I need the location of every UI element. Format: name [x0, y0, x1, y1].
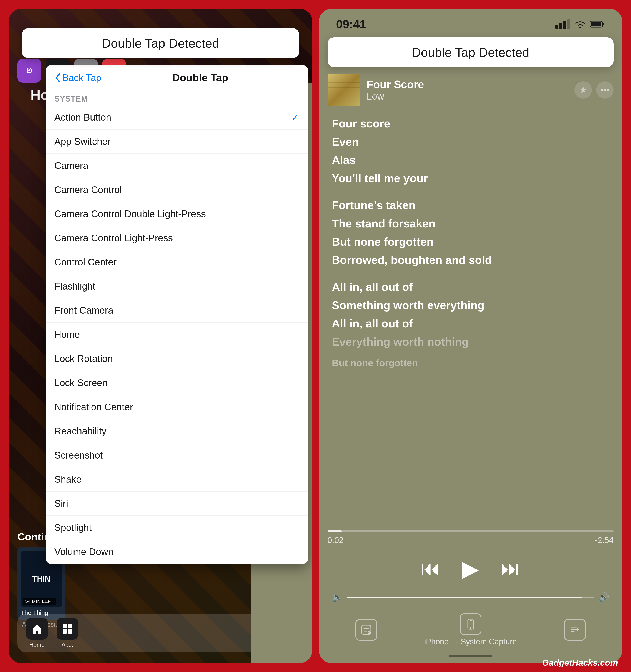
song-actions: ••• [575, 81, 614, 99]
podcasts-icon[interactable] [17, 59, 41, 82]
watermark: GadgetHacks.com [542, 658, 618, 668]
menu-item-control-center[interactable]: Control Center [46, 250, 308, 274]
svg-rect-21 [603, 23, 605, 25]
star-button[interactable] [575, 81, 592, 99]
svg-point-26 [470, 627, 471, 629]
song-info: Four Score Low [367, 78, 568, 102]
lyric-line-2: Even [332, 133, 609, 150]
svg-point-18 [579, 26, 581, 28]
menu-item-siri[interactable]: Siri [46, 491, 308, 516]
double-tap-banner-right: Double Tap Detected [327, 38, 614, 67]
dock-home[interactable]: Home [26, 618, 48, 648]
lyric-line-7: But none forgotten [332, 233, 609, 250]
back-tap-back-button[interactable]: Back Tap [54, 72, 101, 83]
status-time: 09:41 [336, 17, 366, 31]
menu-item-spotlight[interactable]: Spotlight [46, 516, 308, 540]
current-time: 0:02 [327, 536, 344, 545]
album-art-main [327, 74, 360, 106]
right-panel: 09:41 [319, 9, 623, 663]
lyric-line-3: Alas [332, 151, 609, 168]
lyric-line-11: All in, all out of [332, 315, 609, 332]
menu-item-camera[interactable]: Camera [46, 154, 308, 178]
player-controls: ⏮ ▶ ⏭ [319, 549, 623, 590]
volume-max-icon: 🔊 [599, 592, 609, 602]
back-label: Back Tap [62, 72, 101, 83]
progress-area: 0:02 -2:54 [319, 530, 623, 549]
lyric-line-4: You'll tell me your [332, 170, 609, 187]
menu-item-volume-down[interactable]: Volume Down [46, 540, 308, 564]
back-tap-panel: Back Tap Double Tap SYSTEM Action Button… [46, 65, 308, 564]
volume-bar[interactable] [347, 597, 594, 598]
menu-item-lock-rotation[interactable]: Lock Rotation [46, 347, 308, 371]
lyric-line-5: Fortune's taken [332, 197, 609, 214]
menu-item-reachability[interactable]: Reachability [46, 419, 308, 443]
queue-icon[interactable] [564, 619, 586, 641]
menu-item-camera-control[interactable]: Camera Control [46, 178, 308, 202]
svg-rect-27 [469, 620, 472, 621]
menu-item-action-button[interactable]: Action Button ✓ [46, 105, 308, 129]
home-indicator [449, 655, 492, 657]
dock-apps-icon[interactable] [56, 618, 78, 640]
queue-btn[interactable] [564, 619, 586, 641]
lyrics-area: Four score Even Alas You'll tell me your… [319, 111, 623, 530]
menu-item-app-switcher[interactable]: App Switcher [46, 129, 308, 154]
menu-item-screenshot[interactable]: Screenshot [46, 443, 308, 467]
progress-fill [327, 530, 342, 532]
progress-times: 0:02 -2:54 [327, 536, 614, 545]
iphone-btn[interactable]: iPhone → System Capture [424, 613, 517, 646]
wifi-icon [574, 19, 586, 29]
fast-forward-button[interactable]: ⏭ [501, 557, 520, 580]
lyric-line-10: Something worth everything [332, 297, 609, 314]
rewind-button[interactable]: ⏮ [421, 557, 440, 580]
menu-item-camera-control-double[interactable]: Camera Control Double Light-Press [46, 202, 308, 226]
lyric-line-1: Four score [332, 115, 609, 132]
svg-text:"": "" [368, 632, 370, 634]
status-bar: 09:41 [319, 9, 623, 35]
svg-rect-11 [68, 624, 72, 628]
song-title: Four Score [367, 78, 568, 91]
battery-icon [590, 20, 605, 28]
menu-item-shake[interactable]: Shake [46, 467, 308, 491]
movie-title-text: THIN [32, 575, 50, 583]
more-button[interactable]: ••• [596, 81, 614, 99]
menu-item-lock-screen[interactable]: Lock Screen [46, 371, 308, 395]
iphone-icon[interactable] [460, 613, 482, 635]
iphone-system-capture-label: iPhone → System Capture [424, 637, 517, 646]
double-tap-text-right: Double Tap Detected [412, 45, 529, 59]
bottom-controls: "" iPhone → System Capture [319, 609, 623, 653]
dock-home-label: Home [29, 641, 44, 648]
play-button[interactable]: ▶ [462, 556, 479, 581]
lyrics-btn[interactable]: "" [356, 619, 377, 641]
song-artist: Low [367, 91, 568, 102]
svg-rect-12 [63, 629, 67, 633]
menu-item-notification-center[interactable]: Notification Center [46, 395, 308, 419]
remaining-time: -2:54 [595, 536, 614, 545]
dock-apps-label: Ap... [62, 641, 73, 648]
time-badge: 54 MIN LEFT [23, 598, 56, 605]
back-tap-header: Back Tap Double Tap [46, 65, 308, 91]
lyrics-icon[interactable]: "" [356, 619, 377, 641]
svg-point-2 [28, 69, 30, 71]
menu-item-camera-control-light[interactable]: Camera Control Light-Press [46, 226, 308, 250]
double-tap-text-left: Double Tap Detected [102, 36, 219, 50]
volume-min-icon: 🔈 [332, 592, 343, 602]
lyric-line-12: Everything worth nothing [332, 333, 609, 350]
dock-apps[interactable]: Ap... [56, 618, 78, 648]
svg-rect-20 [591, 22, 601, 26]
lyric-line-13: But none forgotten [332, 356, 609, 370]
left-panel: tv ♪ Settings Home Double Tap Detected B… [9, 9, 312, 663]
volume-area: 🔈 🔊 [319, 590, 623, 609]
menu-item-front-camera[interactable]: Front Camera [46, 298, 308, 322]
svg-rect-13 [68, 629, 72, 633]
menu-item-flashlight[interactable]: Flashlight [46, 274, 308, 298]
menu-item-home[interactable]: Home [46, 322, 308, 347]
dock-home-icon[interactable] [26, 618, 48, 640]
lyric-line-8: Borrowed, boughten and sold [332, 251, 609, 268]
svg-rect-17 [567, 19, 570, 29]
lyric-line-6: The stand forsaken [332, 215, 609, 232]
progress-bar[interactable] [327, 530, 614, 532]
svg-rect-10 [63, 624, 67, 628]
lyric-line-9: All in, all out of [332, 279, 609, 295]
double-tap-banner-left: Double Tap Detected [22, 28, 299, 58]
svg-rect-16 [563, 21, 566, 29]
